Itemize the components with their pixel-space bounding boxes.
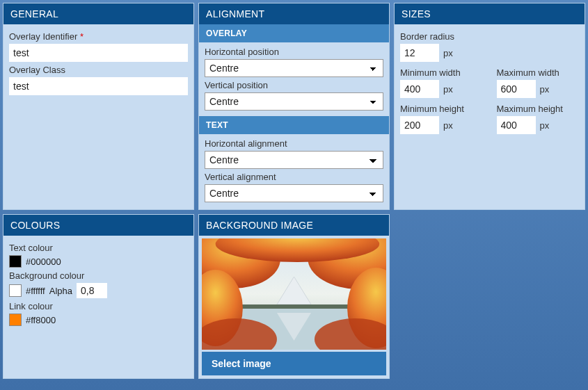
horizontal-position-select[interactable]: Centre [205,59,383,77]
border-radius-label: Border radius [400,31,579,42]
alignment-header: ALIGNMENT [199,3,389,24]
border-radius-input[interactable] [400,44,439,62]
vertical-position-label: Vertical position [205,80,383,90]
background-image-panel: BACKGROUND IMAGE [198,214,390,379]
background-image-header: BACKGROUND IMAGE [199,215,389,236]
text-subheader: TEXT [199,116,389,134]
text-colour-label: Text colour [9,243,188,253]
background-colour-label: Background colour [9,270,188,281]
max-height-label: Maximum height [497,104,580,114]
background-image-preview[interactable] [202,238,386,350]
background-colour-swatch[interactable] [9,284,22,297]
overlay-subheader: OVERLAY [199,24,389,42]
overlay-identifier-label: Overlay Identifier * [9,31,188,42]
overlay-class-label: Overlay Class [9,65,188,75]
alpha-label: Alpha [49,286,72,296]
colours-header: COLOURS [3,215,193,236]
general-panel: GENERAL Overlay Identifier * Overlay Cla… [3,3,194,210]
sizes-panel: SIZES Border radius px Minimum width px … [394,3,585,210]
horizontal-alignment-select[interactable]: Centre [205,151,383,169]
vertical-alignment-select[interactable]: Centre [205,184,383,202]
horizontal-position-label: Horizontal position [205,47,383,57]
max-width-label: Maximum width [497,67,580,78]
vertical-alignment-label: Vertical alignment [205,172,383,182]
link-colour-value: #ff8000 [26,315,56,325]
overlay-identifier-input[interactable] [9,44,188,62]
vertical-position-select[interactable]: Centre [205,92,383,111]
alignment-panel: ALIGNMENT OVERLAY Horizontal position Ce… [198,3,390,210]
general-header: GENERAL [3,3,193,24]
alpha-input[interactable] [77,283,107,298]
select-image-button[interactable]: Select image [202,352,386,375]
link-colour-label: Link colour [9,301,188,311]
colours-panel: COLOURS Text colour #000000 Background c… [3,214,194,379]
horizontal-alignment-label: Horizontal alignment [205,138,383,149]
min-width-input[interactable] [400,80,439,98]
text-colour-swatch[interactable] [9,255,22,268]
link-colour-swatch[interactable] [9,314,22,326]
unit-px: px [443,48,453,58]
overlay-class-input[interactable] [9,77,188,95]
text-colour-value: #000000 [26,257,61,267]
min-height-label: Minimum height [400,104,483,114]
background-colour-value: #ffffff [26,286,45,296]
min-width-label: Minimum width [400,67,483,78]
max-width-input[interactable] [497,80,536,98]
sizes-header: SIZES [395,3,585,24]
max-height-input[interactable] [497,116,536,134]
min-height-input[interactable] [400,116,439,134]
